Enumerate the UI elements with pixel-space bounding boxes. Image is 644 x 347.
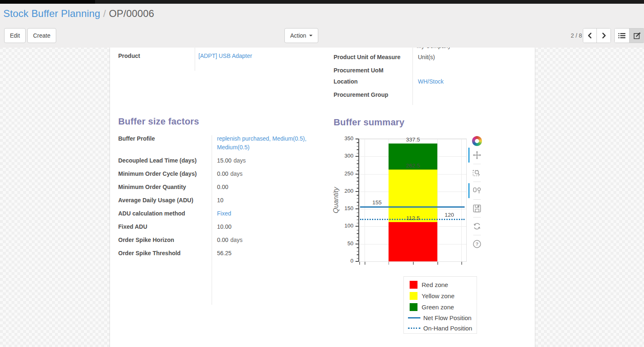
x-axis-tick <box>359 262 360 265</box>
uom-field-label: Product Unit of Measure <box>334 53 413 62</box>
on-hand-position-label: 120 <box>440 212 459 218</box>
location-field-link[interactable]: WH/Stock <box>413 77 528 86</box>
field-row-moc: Minimum Order Cycle (days) 0.00days <box>118 170 330 178</box>
gridline-x <box>365 139 365 261</box>
pan-button[interactable] <box>471 150 483 160</box>
field-row-adu: Average Daily Usage (ADU) 10 <box>118 196 330 205</box>
modebar-divider <box>473 199 481 200</box>
top-menu-bar <box>0 0 644 4</box>
save-icon <box>472 204 482 213</box>
y-axis-tick <box>357 237 358 238</box>
zone-value-label: 112.5 <box>389 215 437 221</box>
view-switcher <box>614 28 644 43</box>
breadcrumb-parent-link[interactable]: Stock Buffer Planning <box>3 8 100 19</box>
product-group: Product [ADPT] USB Adapter <box>118 52 327 65</box>
legend-item-yellow-zone[interactable]: Yellow zone <box>410 292 477 300</box>
plot-area[interactable]: 155120112.5262.5337.50501001502002503003… <box>358 139 467 262</box>
y-axis-tick <box>357 153 358 154</box>
moc-value: 0.00days <box>212 170 327 178</box>
fixed-adu-value: 10.00 <box>212 223 327 231</box>
reset-axes-button[interactable] <box>471 221 483 232</box>
y-axis-tick <box>357 142 358 143</box>
buffer-summary-chart: Quantity 155120112.5262.5337.50501001502… <box>332 132 489 275</box>
next-page-button[interactable] <box>597 29 611 43</box>
uom-field-value: Unit(s) <box>413 53 528 62</box>
y-axis-tick <box>355 191 358 192</box>
y-axis-tick <box>357 163 358 164</box>
product-field-link[interactable]: [ADPT] USB Adapter <box>195 52 310 60</box>
measure-location-group: Product Unit of Measure Unit(s) Procurem… <box>334 53 532 104</box>
field-row-spike-horizon: Order Spike Horizon 0.00days <box>118 236 330 244</box>
legend-label: On-Hand Position <box>423 325 472 332</box>
legend-label: Green zone <box>422 304 454 311</box>
legend-swatch-square <box>410 303 417 311</box>
previous-page-button[interactable] <box>583 29 597 43</box>
plotly-logo-button[interactable] <box>471 136 483 146</box>
breadcrumb-separator: / <box>103 8 106 19</box>
breadcrumb-current: OP/00006 <box>109 8 154 19</box>
x-axis-tick <box>365 262 365 265</box>
pager-nav-group <box>583 28 611 43</box>
edit-button[interactable]: Edit <box>4 28 26 43</box>
field-row: Procurement Group <box>334 91 532 99</box>
y-axis-tick-label: 0 <box>339 258 353 264</box>
x-axis-tick <box>413 262 414 265</box>
compare-hover-button[interactable] <box>471 185 483 196</box>
location-field-label: Location <box>334 77 413 86</box>
list-view-button[interactable] <box>615 29 630 43</box>
legend-item-on-hand-position[interactable]: On-Hand Position <box>410 325 477 332</box>
procurement-uom-field-label: Procurement UoM <box>334 66 413 75</box>
y-axis-tick-label: 50 <box>339 240 353 246</box>
help-button[interactable]: ? <box>471 239 483 249</box>
y-axis-tick <box>357 146 358 147</box>
spike-horizon-value: 0.00days <box>212 236 327 244</box>
y-axis-tick <box>357 213 358 213</box>
y-axis-tick-label: 350 <box>339 135 353 141</box>
action-dropdown-button[interactable]: Action <box>284 28 318 43</box>
y-axis-tick <box>357 184 358 185</box>
plotly-logo-icon <box>472 136 482 146</box>
chevron-down-icon <box>309 35 312 36</box>
legend-item-net-flow-position[interactable]: Net Flow Position <box>410 314 477 321</box>
adu-method-link[interactable]: Fixed <box>212 209 327 218</box>
x-axis-tick <box>389 262 389 265</box>
buffer-profile-link[interactable]: replenish purchased, Medium(0.5), Medium… <box>212 134 327 152</box>
create-button[interactable]: Create <box>27 28 56 43</box>
adu-value: 10 <box>212 196 327 205</box>
moc-unit: days <box>230 170 243 177</box>
y-axis-tick <box>357 216 358 217</box>
x-axis-tick <box>437 262 438 265</box>
y-axis-tick <box>355 156 358 157</box>
legend-label: Red zone <box>422 281 448 288</box>
y-axis-tick <box>357 170 358 171</box>
y-axis-tick <box>355 174 358 175</box>
save-button[interactable] <box>471 203 483 214</box>
y-axis-tick <box>355 226 358 227</box>
chevron-left-icon <box>587 32 593 39</box>
field-row-fixed-adu: Fixed ADU 10.00 <box>118 223 330 231</box>
y-axis-tick-label: 250 <box>339 170 353 177</box>
y-axis-tick <box>357 177 358 178</box>
legend-swatch-square <box>410 292 417 300</box>
form-view-button[interactable] <box>630 29 644 43</box>
legend-item-green-zone[interactable]: Green zone <box>410 303 477 311</box>
svg-text:?: ? <box>475 242 478 246</box>
reset-axes-icon <box>472 222 482 231</box>
yellow-zone-bar <box>389 170 437 222</box>
y-axis-tick <box>357 206 358 206</box>
breadcrumb: Stock Buffer Planning/OP/00006 <box>3 8 154 19</box>
y-axis-tick <box>357 247 358 248</box>
compare-hover-icon <box>472 186 482 195</box>
legend-item-red-zone[interactable]: Red zone <box>410 281 477 289</box>
procurement-group-field-label: Procurement Group <box>334 91 413 99</box>
zoom-box-button[interactable] <box>471 168 483 178</box>
top-menu-bar-left-segment <box>0 0 95 4</box>
fixed-adu-label: Fixed ADU <box>118 223 212 231</box>
y-axis-tick <box>357 223 358 224</box>
zoom-box-icon <box>472 168 482 177</box>
field-row-buffer-profile: Buffer Profile replenish purchased, Medi… <box>118 134 330 152</box>
pan-icon <box>472 151 482 160</box>
list-icon <box>618 33 625 39</box>
modebar-divider <box>473 235 481 235</box>
buffer-summary-title: Buffer summary <box>334 117 405 128</box>
